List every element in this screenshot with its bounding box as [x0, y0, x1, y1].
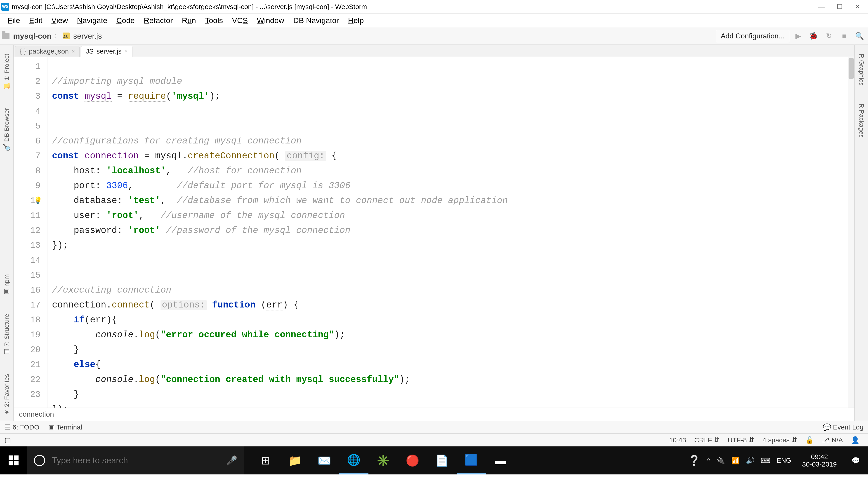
start-button[interactable] — [0, 447, 27, 475]
status-lock-icon[interactable]: 🔓 — [801, 436, 818, 444]
folder-icon — [2, 33, 9, 39]
editor-area: { } package.json × JS server.js × 1 2 3 … — [13, 45, 855, 421]
menu-file[interactable]: File — [3, 15, 25, 26]
code-editor[interactable]: 1 2 3 4 5 6 7 8 9 💡10 11 12 13 14 15 16 … — [13, 57, 855, 408]
line-number: 7 — [13, 149, 40, 164]
scrollbar-thumb[interactable] — [848, 58, 854, 78]
status-line-sep[interactable]: CRLF ⇵ — [690, 436, 723, 444]
clock-time: 09:42 — [802, 453, 837, 460]
lightbulb-icon[interactable]: 💡 — [34, 193, 42, 208]
close-icon[interactable]: × — [71, 48, 75, 55]
js-file-icon: JS — [86, 47, 94, 55]
window-title: mysql-con [C:\Users\Ashish Goyal\Desktop… — [12, 3, 367, 11]
search-everywhere-button[interactable]: 🔍 — [853, 29, 866, 42]
tab-r-packages[interactable]: R Packages — [858, 99, 865, 142]
menu-code[interactable]: Code — [112, 15, 139, 26]
menu-refactor[interactable]: Refactor — [139, 15, 178, 26]
language-indicator[interactable]: ENG — [777, 457, 792, 464]
battery-icon[interactable]: 🔌 — [717, 457, 725, 464]
add-configuration-button[interactable]: Add Configuration... — [716, 30, 789, 42]
mic-icon[interactable]: 🎤 — [226, 455, 237, 466]
editor-vertical-scrollbar[interactable] — [848, 57, 855, 408]
tab-favorites[interactable]: ★ 2: Favorites — [3, 369, 10, 421]
svg-rect-3 — [14, 461, 19, 465]
notepad-button[interactable]: 📄 — [427, 447, 457, 475]
volume-icon[interactable]: 🔊 — [746, 457, 754, 464]
code-content[interactable]: //importing mysql module const mysql = r… — [48, 57, 848, 408]
main-area: 📁 1: Project 🔍 DB Browser ▣ npm ▤ 7: Str… — [0, 45, 868, 421]
slack-button[interactable]: ✳️ — [368, 447, 398, 475]
webstorm-taskbar-button[interactable]: 🟦 — [457, 447, 486, 475]
line-number: 18 — [13, 313, 40, 328]
editor-breadcrumb-item[interactable]: connection — [19, 410, 54, 418]
status-time: 10:43 — [665, 436, 690, 444]
clock-date: 30-03-2019 — [802, 460, 837, 468]
menu-help[interactable]: Help — [343, 15, 368, 26]
menu-edit[interactable]: Edit — [25, 15, 47, 26]
taskbar-search[interactable]: 🎤 — [27, 447, 244, 475]
menu-view[interactable]: View — [47, 15, 72, 26]
editor-breadcrumb[interactable]: connection — [13, 408, 855, 421]
window-minimize-button[interactable]: — — [812, 0, 831, 13]
status-indent[interactable]: 4 spaces ⇵ — [758, 436, 801, 444]
editor-tabs: { } package.json × JS server.js × — [13, 45, 855, 57]
taskbar-clock[interactable]: 09:42 30-03-2019 — [798, 453, 841, 468]
terminal-taskbar-button[interactable]: ▬ — [486, 447, 515, 475]
task-view-button[interactable]: ⊞ — [251, 447, 280, 475]
action-center-button[interactable]: 💬 — [848, 457, 864, 464]
file-explorer-button[interactable]: 📁 — [280, 447, 310, 475]
run-button[interactable]: ▶ — [792, 29, 805, 42]
mail-button[interactable]: ✉️ — [310, 447, 339, 475]
tab-event-log[interactable]: 💬 Event Log — [823, 423, 864, 431]
tab-todo[interactable]: ☰ 6: TODO — [4, 423, 39, 431]
line-number: 3 — [13, 89, 40, 104]
line-number: 11 — [13, 208, 40, 223]
close-icon[interactable]: × — [124, 48, 128, 55]
chevron-right-icon: 〉 — [54, 31, 61, 41]
tray-chevron-icon[interactable]: ^ — [707, 457, 710, 464]
window-close-button[interactable]: ✕ — [848, 0, 867, 13]
line-number: 6 — [13, 134, 40, 149]
wifi-icon[interactable]: 📶 — [731, 457, 740, 464]
chrome-button[interactable]: 🌐 — [339, 447, 368, 475]
cortana-icon[interactable] — [34, 455, 45, 466]
breadcrumb-file[interactable]: server.js — [73, 32, 102, 40]
keyboard-icon[interactable]: ⌨ — [761, 457, 770, 464]
menu-navigate[interactable]: Navigate — [72, 15, 112, 26]
status-git-branch[interactable]: ⎇ N/A — [818, 436, 847, 444]
line-number-gutter: 1 2 3 4 5 6 7 8 9 💡10 11 12 13 14 15 16 … — [13, 57, 48, 408]
menu-window[interactable]: Window — [252, 15, 289, 26]
run-with-coverage-button[interactable]: ↻ — [822, 29, 835, 42]
tab-project[interactable]: 📁 1: Project — [3, 49, 10, 94]
windows-icon — [8, 455, 19, 466]
tab-npm[interactable]: ▣ npm — [3, 270, 10, 300]
svg-rect-1 — [14, 455, 19, 460]
status-bar: ▢ 10:43 CRLF ⇵ UTF-8 ⇵ 4 spaces ⇵ 🔓 ⎇ N/… — [0, 433, 868, 447]
navigation-toolbar: mysql-con 〉 JS server.js Add Configurati… — [0, 27, 868, 45]
menu-dbnav[interactable]: DB Navigator — [289, 15, 343, 26]
breadcrumb-project[interactable]: mysql-con — [13, 32, 52, 40]
help-icon[interactable]: ❔ — [688, 455, 701, 466]
menu-vcs[interactable]: VCS — [227, 15, 252, 26]
taskbar-search-input[interactable] — [52, 456, 219, 465]
tab-structure[interactable]: ▤ 7: Structure — [3, 309, 10, 360]
tab-r-graphics[interactable]: R Graphics — [858, 49, 865, 90]
tab-terminal[interactable]: ▣ Terminal — [49, 423, 82, 431]
menu-run[interactable]: Run — [178, 15, 200, 26]
line-number: 9 — [13, 178, 40, 193]
system-tray: ❔ ^ 🔌 📶 🔊 ⌨ ENG 09:42 30-03-2019 💬 — [684, 453, 868, 468]
tab-db-browser[interactable]: 🔍 DB Browser — [3, 103, 10, 156]
window-maximize-button[interactable]: ☐ — [831, 0, 848, 13]
stop-button[interactable]: ■ — [838, 29, 851, 42]
status-icon[interactable]: ▢ — [4, 436, 11, 444]
status-inspections-icon[interactable]: 👤 — [847, 436, 864, 444]
tab-server-js[interactable]: JS server.js × — [81, 46, 132, 57]
menu-tools[interactable]: Tools — [200, 15, 227, 26]
debug-button[interactable]: 🐞 — [807, 29, 820, 42]
tab-package-json[interactable]: { } package.json × — [15, 46, 80, 57]
opera-button[interactable]: 🔴 — [398, 447, 427, 475]
tab-label: server.js — [96, 47, 122, 55]
line-number: 💡10 — [13, 193, 40, 208]
status-encoding[interactable]: UTF-8 ⇵ — [723, 436, 758, 444]
svg-rect-0 — [8, 455, 13, 460]
